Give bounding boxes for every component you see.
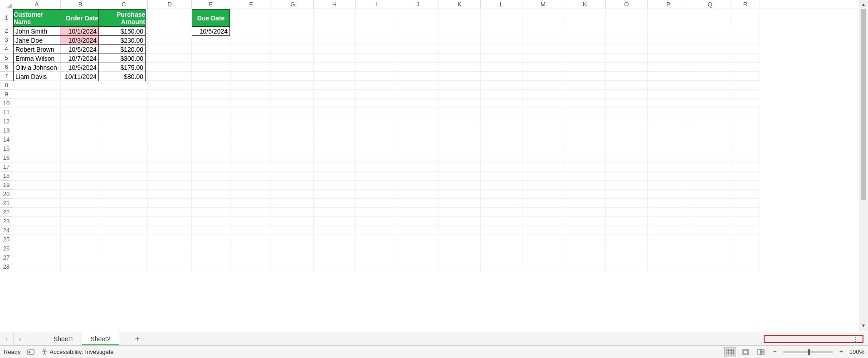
- cell[interactable]: [481, 63, 522, 72]
- cell[interactable]: [397, 199, 439, 208]
- col-header-L[interactable]: L: [481, 0, 522, 9]
- tab-sheet1[interactable]: Sheet1: [45, 332, 82, 345]
- cell[interactable]: [356, 126, 397, 135]
- cell[interactable]: [314, 153, 356, 162]
- header-customer-name[interactable]: Customer Name: [14, 10, 60, 27]
- cell[interactable]: [397, 190, 439, 199]
- cell[interactable]: [61, 217, 100, 226]
- cell[interactable]: [314, 44, 356, 54]
- cell[interactable]: [648, 253, 689, 262]
- cell[interactable]: [397, 81, 439, 90]
- row-header-21[interactable]: 21: [0, 199, 13, 208]
- cell[interactable]: [272, 99, 314, 108]
- col-header-F[interactable]: F: [230, 0, 272, 9]
- cell[interactable]: [272, 217, 314, 226]
- col-header-D[interactable]: D: [148, 0, 192, 9]
- cell[interactable]: [439, 63, 481, 72]
- row-header-11[interactable]: 11: [0, 108, 13, 117]
- cell[interactable]: [564, 35, 606, 44]
- cell[interactable]: [230, 153, 272, 162]
- cell[interactable]: [230, 135, 272, 144]
- cell[interactable]: [731, 181, 760, 190]
- cell-customer-name[interactable]: John Smith: [14, 27, 60, 36]
- cell[interactable]: [564, 208, 606, 217]
- cell[interactable]: [731, 117, 760, 126]
- cell[interactable]: [230, 72, 272, 81]
- cell[interactable]: [61, 144, 100, 153]
- cell[interactable]: [230, 172, 272, 181]
- cell[interactable]: [439, 199, 481, 208]
- cell[interactable]: [272, 199, 314, 208]
- cell[interactable]: [61, 108, 100, 117]
- cell-customer-name[interactable]: Olivia Johnson: [14, 63, 60, 72]
- cell-purchase-amount[interactable]: $120.00: [99, 45, 146, 54]
- cell[interactable]: [648, 208, 689, 217]
- row-header-19[interactable]: 19: [0, 181, 13, 190]
- cell[interactable]: [61, 135, 100, 144]
- cell[interactable]: [606, 172, 648, 181]
- cell[interactable]: [356, 244, 397, 253]
- cell[interactable]: [439, 153, 481, 162]
- cell[interactable]: [192, 99, 230, 108]
- cell[interactable]: [606, 90, 648, 99]
- cell[interactable]: [481, 35, 522, 44]
- cell[interactable]: [148, 81, 192, 90]
- cell[interactable]: [314, 181, 356, 190]
- cell[interactable]: [648, 63, 689, 72]
- cell[interactable]: [314, 144, 356, 153]
- cell[interactable]: [606, 126, 648, 135]
- cell[interactable]: [148, 26, 192, 35]
- cell[interactable]: [731, 9, 760, 26]
- cell[interactable]: [356, 54, 397, 63]
- cell[interactable]: [192, 217, 230, 226]
- cell[interactable]: [13, 126, 61, 135]
- cell[interactable]: [689, 26, 731, 35]
- cell[interactable]: [648, 181, 689, 190]
- cell[interactable]: [648, 54, 689, 63]
- cell[interactable]: [61, 208, 100, 217]
- cell[interactable]: [564, 81, 606, 90]
- cell[interactable]: [564, 126, 606, 135]
- cell[interactable]: [731, 208, 760, 217]
- cell[interactable]: [230, 63, 272, 72]
- cell[interactable]: [314, 63, 356, 72]
- cell[interactable]: [648, 217, 689, 226]
- cell[interactable]: [100, 162, 148, 172]
- cell[interactable]: [148, 253, 192, 262]
- cell[interactable]: [439, 81, 481, 90]
- cell[interactable]: [314, 126, 356, 135]
- cell[interactable]: [481, 235, 522, 244]
- row-header-5[interactable]: 5: [0, 54, 13, 63]
- cell[interactable]: [439, 253, 481, 262]
- cell[interactable]: [689, 44, 731, 54]
- cell[interactable]: [606, 262, 648, 271]
- row-header-22[interactable]: 22: [0, 208, 13, 217]
- cell[interactable]: [689, 81, 731, 90]
- cell[interactable]: [13, 81, 61, 90]
- cell[interactable]: [13, 162, 61, 172]
- next-sheet-button[interactable]: ›: [14, 332, 27, 345]
- cell[interactable]: [314, 108, 356, 117]
- cell[interactable]: [397, 35, 439, 44]
- cell[interactable]: [13, 144, 61, 153]
- row-header-23[interactable]: 23: [0, 217, 13, 226]
- cell[interactable]: [314, 35, 356, 44]
- col-header-C[interactable]: C: [100, 0, 148, 9]
- cell[interactable]: [481, 208, 522, 217]
- cell[interactable]: [481, 244, 522, 253]
- row-header-3[interactable]: 3: [0, 35, 13, 44]
- cell[interactable]: [314, 199, 356, 208]
- cell[interactable]: [314, 81, 356, 90]
- cell[interactable]: [481, 181, 522, 190]
- cell[interactable]: [61, 162, 100, 172]
- cell[interactable]: [13, 217, 61, 226]
- cell[interactable]: [689, 135, 731, 144]
- cell[interactable]: [522, 63, 564, 72]
- cell[interactable]: [606, 217, 648, 226]
- cell[interactable]: [13, 117, 61, 126]
- cell[interactable]: [272, 253, 314, 262]
- cell-purchase-amount[interactable]: $175.00: [99, 63, 146, 72]
- cell[interactable]: [230, 54, 272, 63]
- col-header-I[interactable]: I: [356, 0, 397, 9]
- cell[interactable]: [192, 44, 230, 54]
